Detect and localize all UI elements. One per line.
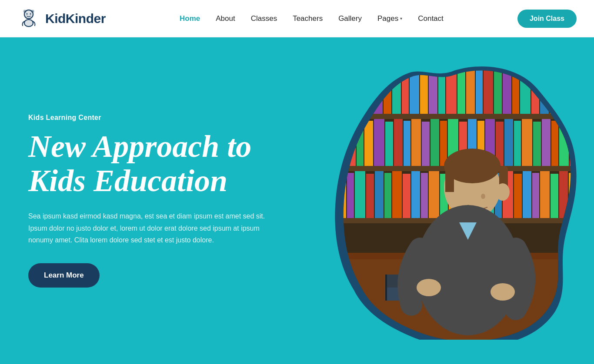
svg-point-107 <box>491 283 515 301</box>
svg-rect-75 <box>411 171 420 218</box>
hero-section: Kids Learning Center New Approach to Kid… <box>0 37 594 364</box>
svg-rect-46 <box>385 122 393 166</box>
svg-rect-51 <box>430 119 439 166</box>
svg-rect-31 <box>484 69 493 114</box>
svg-rect-62 <box>533 122 541 166</box>
svg-rect-76 <box>421 173 428 218</box>
svg-rect-69 <box>355 171 365 218</box>
svg-rect-64 <box>551 121 558 166</box>
nav-item-home[interactable]: Home <box>180 14 200 23</box>
svg-rect-77 <box>429 171 439 218</box>
svg-rect-70 <box>366 174 374 218</box>
svg-rect-47 <box>394 119 403 166</box>
nav-item-teachers[interactable]: Teachers <box>293 14 323 23</box>
svg-rect-72 <box>384 173 391 218</box>
chevron-down-icon: ▾ <box>400 16 402 21</box>
svg-rect-68 <box>347 173 354 218</box>
nav-item-gallery[interactable]: Gallery <box>338 14 362 23</box>
svg-rect-59 <box>504 119 513 166</box>
svg-rect-88 <box>532 173 539 218</box>
learn-more-button[interactable]: Learn More <box>28 263 100 288</box>
svg-rect-100 <box>445 166 454 192</box>
nav-link-teachers[interactable]: Teachers <box>293 14 323 23</box>
nav-link-pages[interactable]: Pages ▾ <box>377 14 402 23</box>
svg-rect-45 <box>374 119 384 166</box>
nav-link-gallery[interactable]: Gallery <box>338 14 362 23</box>
svg-rect-49 <box>411 119 421 166</box>
svg-rect-25 <box>429 70 437 114</box>
svg-rect-60 <box>514 121 521 166</box>
nav-link-classes[interactable]: Classes <box>251 14 277 23</box>
svg-point-106 <box>417 279 441 296</box>
nav-item-pages[interactable]: Pages ▾ <box>377 14 402 23</box>
svg-point-6 <box>27 13 28 14</box>
hero-description: Sea ipsum kasd eirmod kasd magna, est se… <box>28 210 270 246</box>
join-class-button[interactable]: Join Class <box>517 10 577 28</box>
svg-point-7 <box>30 13 31 14</box>
svg-rect-17 <box>355 68 364 114</box>
navbar: KidKinder Home About Classes Teachers Ga… <box>0 0 594 37</box>
svg-rect-90 <box>551 174 558 218</box>
blob-container <box>333 62 577 340</box>
nav-item-about[interactable]: About <box>216 14 235 23</box>
svg-rect-71 <box>375 171 384 218</box>
logo-area: KidKinder <box>17 7 106 30</box>
nav-links: Home About Classes Teachers Gallery Page… <box>180 14 444 23</box>
svg-rect-63 <box>542 119 551 166</box>
hero-subtitle: Kids Learning Center <box>28 114 270 122</box>
svg-rect-89 <box>540 171 550 218</box>
svg-rect-97 <box>385 275 387 301</box>
svg-point-103 <box>481 194 485 199</box>
svg-rect-33 <box>503 69 511 114</box>
svg-rect-16 <box>347 70 354 114</box>
nav-item-contact[interactable]: Contact <box>418 14 444 23</box>
svg-rect-52 <box>440 121 447 166</box>
svg-rect-21 <box>392 68 401 114</box>
brand-name: KidKinder <box>45 11 106 26</box>
svg-rect-50 <box>422 122 430 166</box>
svg-rect-11 <box>333 62 577 67</box>
svg-rect-39 <box>560 69 567 114</box>
svg-rect-28 <box>457 68 465 114</box>
hero-blob-svg <box>333 62 577 340</box>
svg-rect-48 <box>404 121 410 166</box>
svg-rect-74 <box>403 174 410 218</box>
nav-link-contact[interactable]: Contact <box>418 14 444 23</box>
svg-rect-40 <box>568 68 577 114</box>
svg-rect-73 <box>392 171 402 218</box>
hero-title-line1: New Approach to <box>28 129 251 164</box>
logo-icon <box>17 7 40 30</box>
svg-rect-30 <box>476 67 483 114</box>
svg-rect-44 <box>364 121 373 166</box>
svg-rect-86 <box>514 174 522 218</box>
hero-image-area <box>333 62 577 340</box>
svg-point-4 <box>24 10 26 12</box>
hero-title-line2: Kids Education <box>28 163 227 198</box>
svg-rect-61 <box>522 119 532 166</box>
svg-point-5 <box>32 10 34 12</box>
nav-link-about[interactable]: About <box>216 14 235 23</box>
hero-title: New Approach to Kids Education <box>28 129 270 198</box>
nav-item-classes[interactable]: Classes <box>251 14 277 23</box>
svg-rect-32 <box>494 68 502 114</box>
hero-content: Kids Learning Center New Approach to Kid… <box>0 114 270 288</box>
svg-rect-29 <box>466 70 475 114</box>
svg-point-102 <box>496 183 510 201</box>
svg-rect-15 <box>337 67 346 114</box>
nav-link-home[interactable]: Home <box>180 14 200 23</box>
svg-rect-87 <box>523 171 531 218</box>
